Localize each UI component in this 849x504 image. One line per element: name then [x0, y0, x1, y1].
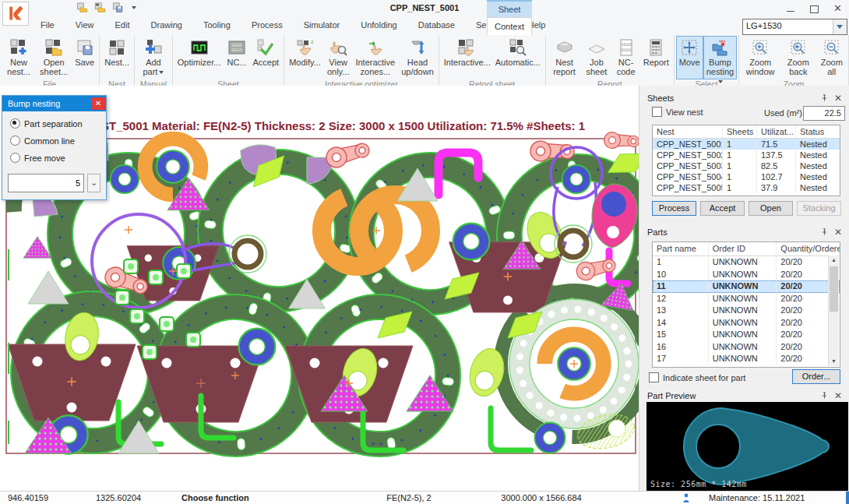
ribbon-group-zoom: Zoom window Zoom back Zoom all Zoo: [739, 35, 849, 86]
open-sheet-button[interactable]: Open sheet...: [36, 36, 72, 79]
table-row[interactable]: CPP_NEST_50011 71.5Nested: [653, 139, 840, 150]
sheets-table[interactable]: Nest Sheets Utilizat... Status CPP_NEST_…: [652, 125, 840, 196]
report-button[interactable]: Report: [640, 36, 672, 79]
value-dropdown-button[interactable]: ⌄: [87, 174, 100, 192]
cursor-x-coordinate: 946.40159: [8, 493, 48, 502]
accept-button[interactable]: Accept: [250, 36, 283, 79]
separation-value-input[interactable]: [8, 174, 84, 192]
zoom-all-button[interactable]: Zoom all: [817, 36, 847, 79]
indicate-sheet-checkbox[interactable]: Indicate sheet for part: [649, 372, 745, 382]
nest-report-icon: [555, 38, 574, 57]
table-row[interactable]: 15UNKNOWN20/20: [653, 329, 840, 341]
dialog-close-button[interactable]: ✕: [91, 97, 105, 110]
parts-scrollbar[interactable]: ▲ ▼: [828, 256, 839, 366]
process-button[interactable]: Process: [652, 201, 696, 216]
sheets-table-header[interactable]: Nest Sheets Utilizat... Status: [653, 125, 840, 139]
radio-part-separation[interactable]: Part separation: [10, 118, 106, 129]
table-row[interactable]: CPP_NEST_50041 102.7Nested: [653, 171, 840, 182]
table-row[interactable]: 12UNKNOWN20/20: [653, 293, 840, 305]
scroll-thumb[interactable]: [830, 266, 838, 312]
open-button[interactable]: Open: [749, 201, 793, 216]
part-size-label: Size: 256mm * 142mm: [650, 480, 747, 488]
tab-unfolding[interactable]: Unfolding: [351, 17, 406, 30]
status-message: Choose function: [181, 493, 249, 502]
close-panel-icon[interactable]: ✕: [834, 392, 842, 400]
ribbon: New nest... Open sheet... Save File: [0, 35, 849, 86]
radio-icon: [10, 153, 20, 163]
pin-icon[interactable]: [821, 392, 828, 399]
import-file-icon[interactable]: [94, 2, 106, 13]
close-panel-icon[interactable]: ✕: [834, 228, 842, 236]
radio-free-move[interactable]: Free move: [10, 153, 106, 163]
view-nest-checkbox[interactable]: View nest: [652, 107, 703, 117]
tab-database[interactable]: Database: [409, 17, 464, 30]
zoom-window-button[interactable]: Zoom window: [741, 36, 780, 79]
save-button[interactable]: Save: [72, 36, 97, 79]
close-panel-icon[interactable]: ✕: [834, 94, 842, 102]
scroll-down-icon[interactable]: ▼: [829, 357, 839, 366]
maximize-button[interactable]: [810, 4, 819, 13]
table-row[interactable]: CPP_NEST_50031 82.5Nested: [653, 160, 840, 171]
tab-view[interactable]: View: [66, 17, 104, 30]
close-button[interactable]: ✕: [833, 4, 843, 13]
tab-drawing[interactable]: Drawing: [142, 17, 192, 30]
retool-interactive-button[interactable]: Interactive...: [441, 36, 492, 79]
zoom-back-button[interactable]: Zoom back: [780, 36, 816, 79]
new-nest-button[interactable]: New nest...: [2, 36, 36, 79]
modify-button[interactable]: 2 Modify...: [286, 36, 324, 79]
parts-table[interactable]: Part name Order ID Quantity/Ordered 1UNK…: [652, 241, 840, 368]
qat-customize-icon[interactable]: [132, 6, 136, 9]
tab-process[interactable]: Process: [242, 17, 292, 30]
scroll-up-icon[interactable]: ▲: [829, 256, 839, 265]
order-button[interactable]: Order...: [792, 369, 840, 384]
table-row[interactable]: CPP_NEST_50051 37.9Nested: [653, 182, 840, 193]
nc-icon: G00X G02X: [227, 38, 246, 57]
add-part-icon: [144, 38, 163, 57]
nc-code-button[interactable]: 1010 0101 NC-code: [611, 36, 639, 79]
menu-bar: File View Edit Drawing Tooling Process S…: [0, 17, 849, 36]
accept-sheet-button[interactable]: Accept: [700, 201, 745, 216]
nc-button[interactable]: G00X G02X NC...: [224, 36, 249, 79]
maintenance-icon: [682, 493, 690, 503]
svg-text:2: 2: [311, 40, 314, 44]
tab-tooling[interactable]: Tooling: [194, 17, 240, 30]
machine-selector[interactable]: LG+1530: [742, 19, 847, 35]
nest-report-button[interactable]: Nest report: [548, 36, 582, 79]
open-file-icon[interactable]: [76, 2, 88, 13]
tab-context[interactable]: Context: [487, 17, 532, 35]
minimize-button[interactable]: [787, 4, 796, 13]
job-sheet-button[interactable]: Job sheet: [581, 36, 611, 79]
contextual-tab-group[interactable]: Sheet: [487, 0, 532, 19]
retool-automatic-button[interactable]: Automatic...: [492, 36, 544, 79]
table-row-selected[interactable]: 11UNKNOWN20/20: [653, 280, 840, 293]
view-only-button[interactable]: View only...: [324, 36, 353, 79]
machine-selector-dropdown[interactable]: [833, 19, 847, 34]
nest-button[interactable]: Nest...: [101, 36, 132, 79]
tab-edit[interactable]: Edit: [106, 17, 139, 30]
radio-common-line[interactable]: Common line: [10, 136, 106, 146]
table-row[interactable]: 17UNKNOWN20/20: [653, 353, 840, 365]
pin-icon[interactable]: [821, 228, 828, 235]
new-nest-icon: [9, 38, 28, 57]
app-logo[interactable]: [2, 2, 29, 26]
dialog-title-bar[interactable]: Bump nesting ✕: [2, 96, 106, 111]
status-bar: 946.40159 1325.60204 Choose function FE(…: [0, 491, 849, 504]
stacking-button[interactable]: Stacking: [797, 201, 841, 216]
interactive-zones-button[interactable]: Interactive zones...: [352, 36, 398, 79]
bump-nesting-button[interactable]: Bump nesting: [703, 36, 737, 79]
tab-simulator[interactable]: Simulator: [294, 17, 349, 30]
save-quick-icon[interactable]: [112, 2, 124, 13]
table-row[interactable]: CPP_NEST_50021 137.5Nested: [653, 150, 840, 160]
table-row[interactable]: 14UNKNOWN20/20: [653, 317, 840, 330]
table-row[interactable]: 1UNKNOWN20/20: [653, 256, 840, 269]
table-row[interactable]: 13UNKNOWN20/20: [653, 305, 840, 317]
parts-table-header[interactable]: Part name Order ID Quantity/Ordered: [653, 242, 840, 256]
optimizer-button[interactable]: Optimizer...: [174, 36, 224, 79]
move-button[interactable]: Move: [676, 36, 703, 79]
table-row[interactable]: 16UNKNOWN20/20: [653, 341, 840, 354]
tab-file[interactable]: File: [31, 17, 64, 30]
table-row[interactable]: 10UNKNOWN20/20: [653, 269, 840, 281]
head-updown-button[interactable]: Head up/down: [398, 36, 437, 79]
pin-icon[interactable]: [821, 94, 828, 101]
add-part-button[interactable]: Add part: [136, 36, 171, 79]
